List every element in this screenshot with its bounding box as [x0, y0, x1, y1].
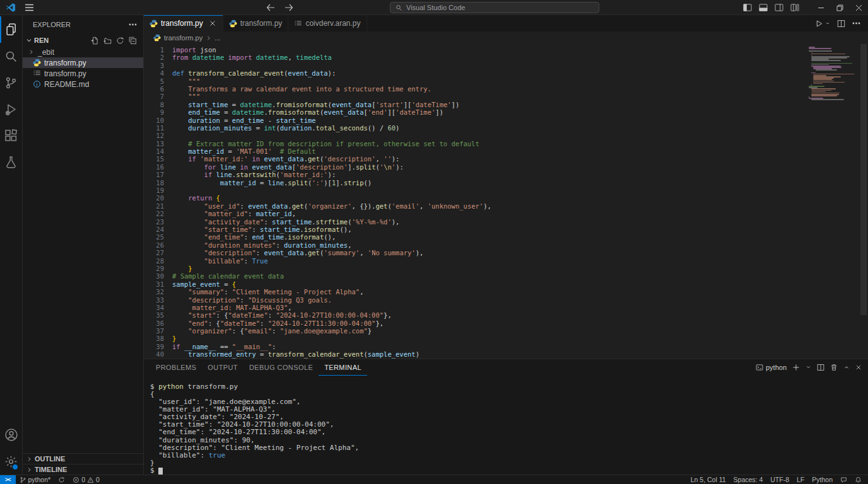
- tree-item-readme[interactable]: README.md: [23, 79, 143, 89]
- chevron-right-icon: [26, 466, 33, 473]
- tab-problems[interactable]: PROBLEMS: [150, 359, 202, 376]
- notifications-bell-icon[interactable]: [851, 476, 868, 483]
- eol-sequence[interactable]: LF: [793, 476, 808, 483]
- tab-transform-py-2[interactable]: transform.py: [223, 15, 289, 32]
- tab-terminal[interactable]: TERMINAL: [319, 359, 367, 376]
- run-debug-icon[interactable]: [0, 96, 22, 122]
- vscode-window: Visual Studio Code: [0, 0, 868, 484]
- tab-label: coivderv.aran.py: [305, 19, 360, 28]
- toggle-sidebar-icon[interactable]: [739, 0, 755, 15]
- back-arrow-icon[interactable]: [266, 4, 275, 11]
- feedback-icon[interactable]: [836, 476, 851, 483]
- close-panel-icon[interactable]: [855, 364, 862, 371]
- python-file-icon: [150, 20, 158, 28]
- command-center-search[interactable]: Visual Studio Code: [390, 2, 599, 13]
- error-count: 0: [81, 476, 85, 483]
- search-icon: [396, 4, 402, 11]
- indentation[interactable]: Spaces: 4: [730, 476, 767, 483]
- remote-indicator[interactable]: ><: [0, 475, 16, 484]
- encoding[interactable]: UTF-8: [766, 476, 793, 483]
- customize-layout-icon[interactable]: [787, 0, 802, 15]
- extensions-icon[interactable]: [0, 122, 22, 149]
- terminal-shell-chip[interactable]: python: [756, 364, 787, 371]
- folder-section-label: REN: [34, 37, 49, 44]
- menu-icon[interactable]: [25, 4, 34, 11]
- new-terminal-icon[interactable]: [792, 364, 800, 371]
- breadcrumb-file: transform.py: [164, 34, 202, 42]
- warning-icon: [87, 476, 94, 483]
- source-control-icon[interactable]: [0, 69, 22, 96]
- tab-output[interactable]: OUTPUT: [202, 359, 243, 376]
- bottom-panel: PROBLEMS OUTPUT DEBUG CONSOLE TERMINAL p…: [144, 359, 868, 475]
- terminal-dropdown-icon[interactable]: [806, 364, 811, 370]
- git-branch-item[interactable]: python*: [16, 475, 55, 484]
- gutter: 1234567891011121314151617181920212223242…: [144, 44, 172, 359]
- kill-terminal-icon[interactable]: [830, 364, 838, 371]
- chevron-right-icon: [28, 49, 35, 55]
- status-bar: >< python* 0 0 Ln 5, Col 11 Spaces: 4 UT…: [0, 475, 868, 484]
- chevron-right-icon: [26, 456, 33, 463]
- terminal-icon: [756, 364, 763, 371]
- minimize-icon[interactable]: [811, 0, 830, 15]
- run-python-file-icon[interactable]: [815, 20, 830, 28]
- list-file-icon: [294, 20, 302, 28]
- toggle-secondary-sidebar-icon[interactable]: [771, 0, 787, 15]
- settings-gear-icon[interactable]: [0, 448, 22, 475]
- search-sidebar-icon[interactable]: [0, 43, 22, 69]
- code-lines: import jsonfrom datetime import datetime…: [172, 44, 868, 359]
- explorer-icon[interactable]: [0, 16, 22, 43]
- forward-arrow-icon[interactable]: [284, 4, 293, 11]
- new-file-icon[interactable]: [91, 37, 99, 45]
- tab-label: transform.py: [240, 19, 283, 28]
- tab-debug-console[interactable]: DEBUG CONSOLE: [243, 359, 319, 376]
- breadcrumb-more: ...: [214, 34, 220, 42]
- python-file-icon: [229, 20, 237, 28]
- restore-icon[interactable]: [830, 0, 849, 15]
- folder-section-header[interactable]: REN: [23, 34, 143, 47]
- account-icon[interactable]: [0, 422, 22, 448]
- cursor-position[interactable]: Ln 5, Col 11: [687, 476, 730, 483]
- sync-item[interactable]: [54, 475, 69, 484]
- python-file-icon: [153, 34, 161, 42]
- chevron-right-icon: [206, 35, 211, 41]
- chevron-down-icon: [25, 37, 33, 44]
- branch-icon: [20, 476, 26, 483]
- new-folder-icon[interactable]: [103, 37, 112, 45]
- info-file-icon: [33, 80, 41, 88]
- sync-icon: [58, 476, 65, 483]
- split-editor-icon[interactable]: [837, 20, 845, 28]
- toggle-panel-icon[interactable]: [755, 0, 771, 15]
- tree-item-transform-py-2[interactable]: transform.py: [23, 68, 143, 79]
- tree-item-folder[interactable]: _ebit: [23, 47, 143, 57]
- maximize-panel-icon[interactable]: [843, 364, 850, 371]
- tab-bar: transform.py transform.py coivderv.aran.…: [144, 15, 868, 32]
- editor-more-icon[interactable]: [852, 22, 860, 25]
- close-window-icon[interactable]: [849, 0, 868, 15]
- tree-item-transform-py[interactable]: transform.py: [23, 57, 143, 68]
- code-editor[interactable]: 1234567891011121314151617181920212223242…: [144, 44, 868, 359]
- breadcrumb[interactable]: transform.py ...: [144, 32, 868, 44]
- shell-label: python: [766, 364, 787, 371]
- error-icon: [73, 476, 79, 483]
- title-bar: Visual Studio Code: [0, 0, 868, 15]
- close-tab-icon[interactable]: [208, 19, 217, 28]
- tab-transform-py[interactable]: transform.py: [144, 15, 223, 32]
- terminal-content[interactable]: $ python transform.py{ "user_id": "jane.…: [144, 376, 868, 475]
- collapse-all-icon[interactable]: [129, 37, 137, 45]
- refresh-icon[interactable]: [116, 37, 124, 45]
- minimap[interactable]: [809, 44, 859, 359]
- outline-label: OUTLINE: [35, 455, 65, 463]
- tab-coivderv-aran-py[interactable]: coivderv.aran.py: [288, 15, 367, 32]
- testing-icon[interactable]: [0, 149, 22, 175]
- timeline-section[interactable]: TIMELINE: [23, 464, 143, 475]
- tab-label: transform.py: [161, 19, 203, 28]
- search-label: Visual Studio Code: [406, 4, 465, 11]
- editor-scrollbar[interactable]: [859, 44, 868, 359]
- split-terminal-icon[interactable]: [817, 364, 824, 371]
- python-file-icon: [33, 59, 41, 67]
- outline-section[interactable]: OUTLINE: [23, 453, 143, 464]
- tree-item-label: _ebit: [38, 48, 54, 57]
- language-mode[interactable]: Python: [808, 476, 836, 483]
- sidebar-more-icon[interactable]: [129, 23, 137, 26]
- problems-item[interactable]: 0 0: [69, 475, 103, 484]
